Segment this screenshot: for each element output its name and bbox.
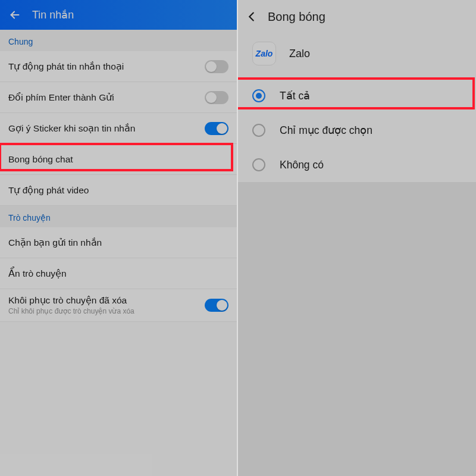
radio-all-icon[interactable] (252, 89, 265, 102)
row-chat-bubble[interactable]: Bong bóng chat (0, 144, 237, 175)
system-header-title: Bong bóng (268, 10, 325, 24)
row-hide-chat[interactable]: Ẩn trò chuyện (0, 258, 237, 289)
option-none[interactable]: Không có (238, 148, 476, 182)
section-label-chat: Trò chuyện (0, 206, 237, 227)
option-selected-only[interactable]: Chỉ mục được chọn (238, 113, 476, 148)
radio-none-icon[interactable] (252, 158, 265, 171)
row-restore-deleted[interactable]: Khôi phục trò chuyện đã xóa Chỉ khôi phụ… (0, 289, 237, 322)
zalo-header-title: Tin nhắn (32, 8, 74, 21)
back-arrow-icon[interactable] (8, 8, 21, 21)
toggle-enter-to-send[interactable] (205, 91, 228, 104)
toggle-auto-play-voice[interactable] (205, 60, 228, 73)
row-auto-play-voice[interactable]: Tự động phát tin nhắn thoại (0, 51, 237, 82)
option-all[interactable]: Tất cả (238, 79, 476, 113)
zalo-app-icon: Zalo (252, 42, 276, 65)
toggle-sticker-suggest[interactable] (205, 122, 228, 135)
bubble-options-card: Tất cả Chỉ mục được chọn Không có (238, 79, 476, 182)
system-bubble-screen: Bong bóng Zalo Zalo Tất cả Chỉ mục được … (238, 0, 476, 476)
zalo-settings-body: Chung Tự động phát tin nhắn thoại Đổi ph… (0, 30, 237, 476)
toggle-restore-deleted[interactable] (205, 299, 228, 312)
radio-selected-only-icon[interactable] (252, 124, 265, 137)
app-name-label: Zalo (289, 48, 310, 60)
section-label-general: Chung (0, 30, 237, 51)
row-sticker-suggest[interactable]: Gợi ý Sticker khi soạn tin nhắn (0, 113, 237, 144)
back-chevron-icon[interactable] (245, 10, 258, 23)
zalo-header: Tin nhắn (0, 0, 237, 30)
empty-area (238, 182, 476, 476)
app-info-row: Zalo Zalo (238, 33, 476, 79)
system-header: Bong bóng (238, 0, 476, 33)
row-auto-play-video[interactable]: Tự động phát video (0, 175, 237, 206)
row-block-message[interactable]: Chặn bạn gửi tin nhắn (0, 227, 237, 258)
zalo-settings-screen: Tin nhắn Chung Tự động phát tin nhắn tho… (0, 0, 238, 476)
row-enter-to-send[interactable]: Đổi phím Enter thành Gửi (0, 82, 237, 113)
